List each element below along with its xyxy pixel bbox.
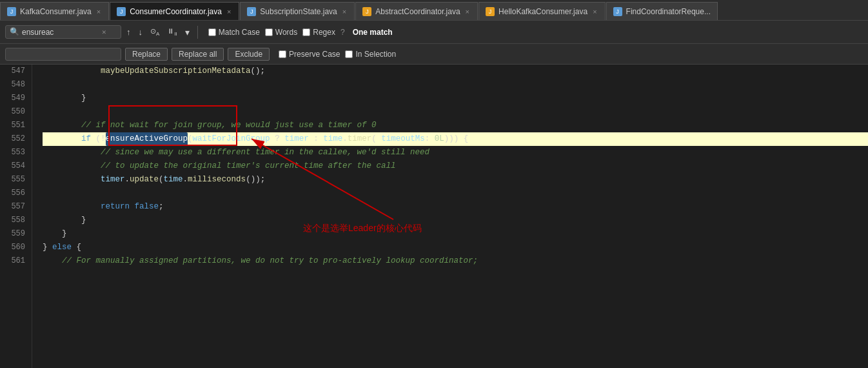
- in-selection-option[interactable]: In Selection: [345, 50, 396, 59]
- tab-label-tab5: HelloKafkaConsumer.java: [498, 7, 587, 16]
- tab-tab3[interactable]: JSubscriptionState.java×: [240, 2, 355, 20]
- preserve-case-label: Preserve Case: [289, 50, 340, 59]
- search-input-wrap: 🔍 ✕: [5, 25, 121, 39]
- preserve-case-checkbox[interactable]: [279, 50, 286, 58]
- tab-bar: JKafkaConsumer.java×JConsumerCoordinator…: [0, 0, 868, 21]
- help-button[interactable]: ?: [340, 28, 345, 37]
- match-case-label: Match Case: [219, 28, 260, 37]
- tab-label-tab6: FindCoordinatorReque...: [626, 7, 711, 16]
- tab-tab6[interactable]: JFindCoordinatorReque...: [606, 2, 718, 20]
- tab-icon-tab2: J: [117, 7, 126, 16]
- divider: [197, 26, 198, 39]
- words-checkbox[interactable]: [265, 28, 273, 36]
- code-line-558: }: [43, 214, 868, 227]
- code-line-556: [43, 187, 868, 200]
- exclude-button[interactable]: Exclude: [228, 48, 270, 61]
- code-line-559: }: [43, 227, 868, 241]
- code-line-560: } else {: [43, 241, 868, 254]
- tab-label-tab2: ConsumerCoordinator.java: [130, 7, 222, 16]
- next-match-button[interactable]: ↓: [136, 26, 146, 38]
- in-selection-checkbox[interactable]: [345, 50, 353, 58]
- code-line-549: }: [43, 92, 868, 105]
- search-bar: 🔍 ✕ ↑ ↓ ⊙A ⏸II ▾ Match Case Words Regex …: [0, 21, 868, 44]
- regex-option[interactable]: Regex: [302, 28, 335, 37]
- replace-all-button[interactable]: Replace all: [172, 48, 224, 61]
- replace-input[interactable]: [10, 50, 106, 59]
- code-line-547: maybeUpdateSubscriptionMetadata();: [43, 65, 868, 78]
- code-line-552: if (!ensureActiveGroup(waitForJoinGroup …: [43, 132, 868, 146]
- match-case-option[interactable]: Match Case: [208, 28, 260, 37]
- search-icon: 🔍: [10, 27, 19, 37]
- match-result: One match: [353, 28, 393, 37]
- tab-tab5[interactable]: JHelloKafkaConsumer.java×: [478, 2, 606, 20]
- line-number-547: 547: [0, 65, 25, 78]
- prev-match-button[interactable]: ↑: [124, 26, 133, 38]
- tab-icon-tab5: J: [486, 7, 495, 16]
- line-number-553: 553: [0, 146, 25, 159]
- editor: 5475485495505515525535545555565575585595…: [0, 65, 868, 368]
- line-number-561: 561: [0, 254, 25, 268]
- tab-icon-tab3: J: [247, 7, 256, 16]
- line-number-551: 551: [0, 119, 25, 132]
- tab-icon-tab1: J: [7, 7, 16, 16]
- line-number-548: 548: [0, 78, 25, 92]
- line-number-559: 559: [0, 227, 25, 241]
- line-number-554: 554: [0, 159, 25, 173]
- tab-tab2[interactable]: JConsumerCoordinator.java×: [110, 2, 239, 20]
- replace-button[interactable]: Replace: [125, 48, 168, 61]
- words-label: Words: [275, 28, 297, 37]
- code-line-557: return false;: [43, 200, 868, 214]
- tab-icon-tab6: J: [613, 7, 622, 16]
- match-case-checkbox[interactable]: [208, 28, 216, 36]
- code-line-548: [43, 78, 868, 92]
- find-all-button[interactable]: ⊙A: [148, 26, 162, 38]
- tab-icon-tab4: J: [362, 7, 371, 16]
- line-gutter: 5475485495505515525535545555565575585595…: [0, 65, 32, 368]
- filter-button[interactable]: ▾: [182, 26, 192, 39]
- tab-close-tab1[interactable]: ×: [95, 8, 102, 15]
- clear-icon[interactable]: ✕: [102, 28, 106, 36]
- search-input[interactable]: [22, 28, 99, 37]
- code-line-555: timer.update(time.milliseconds());: [43, 173, 868, 187]
- line-number-552: 552: [0, 132, 25, 146]
- words-option[interactable]: Words: [265, 28, 297, 37]
- code-line-551: // if not wait for join group, we would …: [43, 119, 868, 132]
- code-line-561: // For manually assigned partitions, we …: [43, 254, 868, 268]
- tab-tab4[interactable]: JAbstractCoordinator.java×: [355, 2, 478, 20]
- code-line-553: // since we may use a different timer in…: [43, 146, 868, 159]
- tab-tab1[interactable]: JKafkaConsumer.java×: [0, 2, 109, 20]
- code-line-550: [43, 105, 868, 119]
- toggle-pause-button[interactable]: ⏸II: [164, 26, 179, 38]
- tab-close-tab2[interactable]: ×: [226, 8, 232, 15]
- tab-close-tab3[interactable]: ×: [341, 8, 348, 15]
- tab-label-tab1: KafkaConsumer.java: [20, 7, 92, 16]
- line-number-557: 557: [0, 200, 25, 214]
- tab-label-tab3: SubscriptionState.java: [260, 7, 337, 16]
- replace-bar: Replace Replace all Exclude Preserve Cas…: [0, 44, 868, 65]
- line-number-550: 550: [0, 105, 25, 119]
- line-number-560: 560: [0, 241, 25, 254]
- tab-close-tab5[interactable]: ×: [591, 8, 598, 15]
- code-area[interactable]: maybeUpdateSubscriptionMetadata(); } // …: [32, 65, 868, 368]
- line-number-549: 549: [0, 92, 25, 105]
- search-options: Match Case Words Regex ?: [208, 28, 345, 37]
- regex-checkbox[interactable]: [302, 28, 310, 36]
- line-number-556: 556: [0, 187, 25, 200]
- line-number-555: 555: [0, 173, 25, 187]
- regex-label: Regex: [313, 28, 335, 37]
- replace-options: Preserve Case In Selection: [279, 50, 396, 59]
- tab-label-tab4: AbstractCoordinator.java: [375, 7, 460, 16]
- in-selection-label: In Selection: [355, 50, 396, 59]
- code-line-554: // to update the original timer's curren…: [43, 159, 868, 173]
- line-number-558: 558: [0, 214, 25, 227]
- replace-input-wrap: [5, 48, 121, 61]
- tab-close-tab4[interactable]: ×: [464, 8, 471, 15]
- preserve-case-option[interactable]: Preserve Case: [279, 50, 340, 59]
